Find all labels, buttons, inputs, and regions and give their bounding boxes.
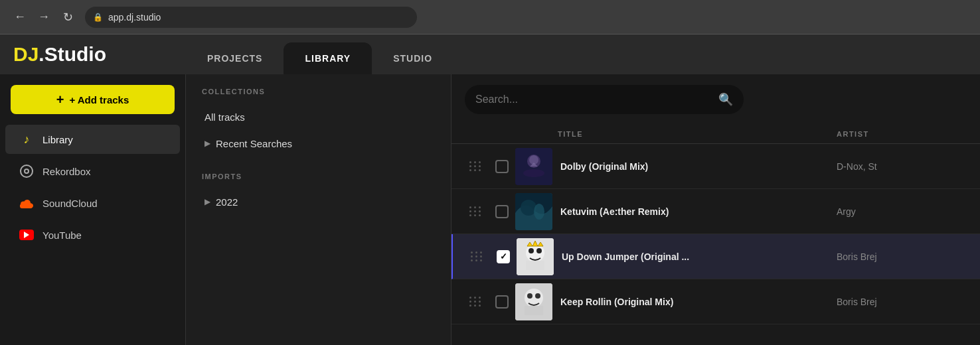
- app-logo: DJ.Studio: [13, 43, 106, 66]
- svg-rect-20: [525, 306, 543, 315]
- sidebar-item-library[interactable]: ♪ Library: [5, 125, 180, 154]
- track-artist: Boris Brej: [837, 251, 969, 262]
- sidebar-label-soundcloud: SoundCloud: [42, 198, 98, 209]
- drag-handle: [462, 297, 489, 307]
- import-2022-item[interactable]: ▶ 2022: [197, 188, 440, 215]
- track-checkbox[interactable]: [489, 205, 515, 218]
- add-tracks-button[interactable]: + + Add tracks: [11, 85, 175, 114]
- drag-handle: [462, 161, 489, 171]
- app-container: DJ.Studio PROJECTS LIBRARY STUDIO + + Ad…: [0, 34, 980, 345]
- sidebar: + + Add tracks ♪ Library Rekordbox: [0, 74, 186, 345]
- all-tracks-item[interactable]: All tracks: [197, 104, 440, 130]
- sidebar-item-soundcloud[interactable]: SoundCloud: [5, 188, 180, 218]
- svg-point-4: [523, 169, 544, 177]
- track-thumbnail: [517, 238, 554, 275]
- imports-section: IMPORTS ▶ 2022: [197, 172, 440, 215]
- track-thumbnail: [515, 193, 552, 230]
- svg-point-13: [536, 248, 542, 253]
- track-title: Up Down Jumper (Original ...: [562, 251, 837, 262]
- track-info: Up Down Jumper (Original ...: [562, 251, 837, 262]
- collections-label: COLLECTIONS: [197, 88, 440, 96]
- collections-panel: COLLECTIONS All tracks ▶ Recent Searches…: [186, 74, 451, 345]
- rekordbox-icon: [19, 163, 35, 179]
- all-tracks-label: All tracks: [204, 111, 245, 123]
- soundcloud-icon: [19, 195, 35, 211]
- table-row[interactable]: Ketuvim (Ae:ther Remix) Argy: [451, 189, 980, 234]
- svg-point-17: [525, 289, 543, 307]
- logo-studio: .Studio: [39, 43, 106, 65]
- url-text: app.dj.studio: [108, 12, 161, 23]
- add-tracks-label: + Add tracks: [69, 94, 129, 105]
- checkbox-checked[interactable]: [497, 250, 510, 263]
- track-artist: Argy: [837, 206, 969, 217]
- track-title: Keep Rollin (Original Mix): [560, 297, 837, 307]
- tab-projects[interactable]: PROJECTS: [186, 42, 284, 74]
- track-info: Keep Rollin (Original Mix): [560, 297, 837, 307]
- table-row[interactable]: Dolby (Original Mix) D-Nox, St: [451, 144, 980, 189]
- track-checkbox[interactable]: [490, 250, 517, 263]
- svg-point-0: [21, 165, 33, 177]
- track-title: Dolby (Original Mix): [560, 161, 837, 172]
- track-title: Ketuvim (Ae:ther Remix): [560, 206, 837, 217]
- checkbox-unchecked[interactable]: [495, 295, 509, 309]
- back-button[interactable]: ←: [11, 8, 29, 27]
- recent-searches-item[interactable]: ▶ Recent Searches: [197, 130, 440, 157]
- col-title-header: TITLE: [558, 130, 837, 138]
- forward-button[interactable]: →: [35, 8, 53, 27]
- logo-area: DJ.Studio: [0, 34, 186, 74]
- tracks-header: TITLE ARTIST: [451, 125, 980, 144]
- recent-searches-label: Recent Searches: [216, 138, 292, 149]
- drag-handle: [462, 206, 489, 216]
- col-artist-header: ARTIST: [837, 130, 969, 138]
- svg-point-19: [535, 293, 540, 299]
- sidebar-label-rekordbox: Rekordbox: [42, 166, 91, 177]
- svg-point-9: [534, 204, 544, 220]
- drag-dots: [469, 297, 481, 307]
- tab-studio[interactable]: STUDIO: [372, 42, 453, 74]
- browser-nav: ← → ↻: [11, 8, 77, 27]
- sidebar-label-library: Library: [42, 134, 73, 145]
- track-info: Ketuvim (Ae:ther Remix): [560, 206, 837, 217]
- track-info: Dolby (Original Mix): [560, 161, 837, 172]
- svg-point-12: [529, 248, 534, 253]
- svg-rect-14: [526, 261, 544, 270]
- arrow-icon: ▶: [204, 139, 210, 148]
- table-row[interactable]: Keep Rollin (Original Mix) Boris Brej: [451, 279, 980, 324]
- sidebar-item-rekordbox[interactable]: Rekordbox: [5, 157, 180, 186]
- checkbox-unchecked[interactable]: [495, 205, 509, 218]
- tracks-panel: 🔍 TITLE ARTIST: [451, 74, 980, 345]
- reload-button[interactable]: ↻: [58, 8, 77, 27]
- svg-point-1: [25, 169, 29, 173]
- sidebar-label-youtube: YouTube: [42, 230, 82, 241]
- track-thumbnail: [515, 148, 552, 185]
- imports-label: IMPORTS: [197, 172, 440, 180]
- plus-icon: +: [56, 92, 64, 107]
- track-artist: Boris Brej: [837, 297, 969, 307]
- drag-dots: [469, 206, 481, 216]
- drag-dots: [469, 161, 481, 171]
- search-icon: 🔍: [718, 92, 733, 107]
- tab-library[interactable]: LIBRARY: [284, 42, 372, 74]
- search-input[interactable]: [475, 94, 713, 105]
- svg-point-18: [527, 293, 532, 299]
- lock-icon: 🔒: [93, 13, 103, 22]
- track-checkbox[interactable]: [489, 160, 515, 173]
- music-note-icon: ♪: [19, 131, 35, 147]
- youtube-icon: [19, 227, 35, 243]
- import-2022-label: 2022: [216, 196, 238, 208]
- sidebar-item-youtube[interactable]: YouTube: [5, 220, 180, 249]
- main-content: + + Add tracks ♪ Library Rekordbox: [0, 74, 980, 345]
- drag-dots: [471, 251, 483, 261]
- track-checkbox[interactable]: [489, 295, 515, 309]
- address-bar[interactable]: 🔒 app.dj.studio: [85, 7, 417, 28]
- search-bar[interactable]: 🔍: [465, 85, 744, 114]
- table-row[interactable]: Up Down Jumper (Original ... Boris Brej: [451, 234, 980, 279]
- track-artist: D-Nox, St: [837, 161, 969, 172]
- checkbox-unchecked[interactable]: [495, 160, 509, 173]
- browser-chrome: ← → ↻ 🔒 app.dj.studio: [0, 0, 980, 34]
- search-bar-row: 🔍: [451, 74, 980, 125]
- logo-dj: DJ: [13, 43, 39, 65]
- track-thumbnail: [515, 283, 552, 320]
- arrow-icon-2022: ▶: [204, 197, 210, 206]
- drag-handle: [463, 251, 490, 261]
